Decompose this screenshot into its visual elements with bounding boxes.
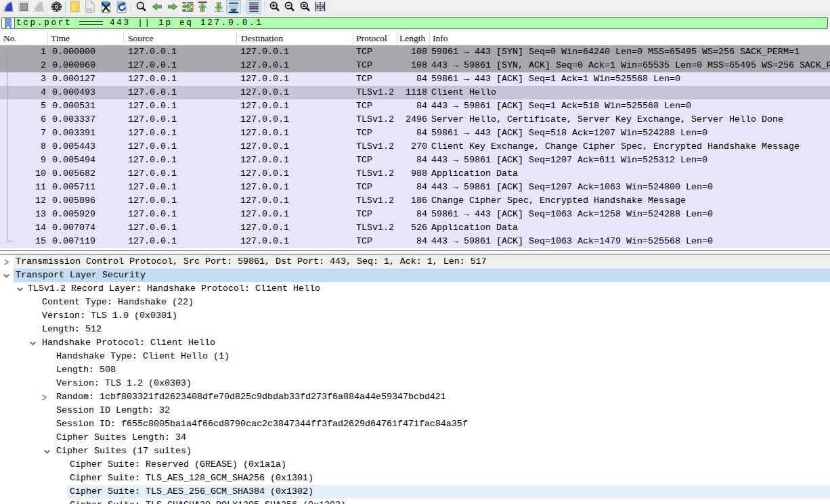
svg-text:010: 010 bbox=[87, 7, 93, 12]
